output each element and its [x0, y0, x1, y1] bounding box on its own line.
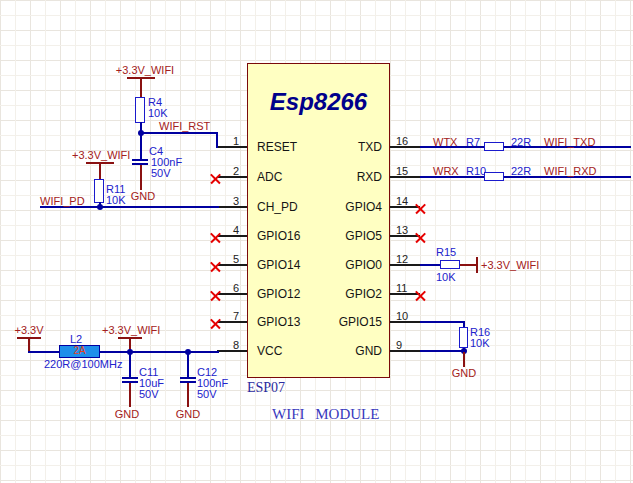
junction-dot [97, 204, 103, 210]
power-port-3v3-label[interactable]: +3.3V [8, 324, 50, 337]
pin-name-vcc: VCC [257, 344, 282, 358]
resistor-r15-ref[interactable]: R15 [436, 246, 456, 259]
no-connect-icon[interactable] [415, 203, 426, 214]
pin-name-gnd: GND [295, 344, 382, 358]
no-connect-icon[interactable] [210, 290, 221, 301]
no-connect-icon[interactable] [210, 261, 221, 272]
resistor-r7-body[interactable] [484, 142, 504, 151]
pin-name-gpio15: GPIO15 [295, 315, 382, 329]
no-connect-icon[interactable] [210, 232, 221, 243]
pin-name-gpio16: GPIO16 [257, 229, 300, 243]
module-caption[interactable]: WIFI MODULE [272, 408, 379, 421]
resistor-r15-body[interactable] [440, 260, 460, 269]
power-port-3v3-wifi-label[interactable]: +3.3V_WIFI [481, 259, 539, 272]
inductor-l2-ref[interactable]: L2 [70, 333, 82, 346]
power-port-3v3-wifi-label[interactable]: +3.3V_WIFI [102, 324, 158, 337]
gnd-port-stem [140, 165, 142, 190]
net-label-wifi-rxd[interactable]: WIFI_RXD [544, 165, 597, 178]
wire[interactable] [140, 133, 142, 160]
pin-name-gpio12: GPIO12 [257, 287, 300, 301]
resistor-r4-body[interactable] [135, 97, 145, 123]
pin-name-gpio14: GPIO14 [257, 258, 300, 272]
no-connect-icon[interactable] [415, 290, 426, 301]
wire[interactable] [420, 350, 465, 352]
wire[interactable] [420, 321, 465, 323]
pin-name-gpio4: GPIO4 [295, 200, 382, 214]
net-label-wifi-txd[interactable]: WIFI_TXD [544, 136, 595, 149]
wire[interactable] [420, 264, 442, 266]
resistor-r16-body[interactable] [459, 327, 468, 348]
pin-name-gpio2: GPIO2 [295, 287, 382, 301]
power-port-bar [476, 257, 478, 273]
resistor-r11-body[interactable] [94, 179, 104, 203]
gnd-port-label[interactable]: GND [443, 367, 485, 380]
resistor-r4-value[interactable]: 10K [148, 107, 168, 120]
pin-name-adc: ADC [257, 170, 282, 184]
wire[interactable] [129, 352, 131, 378]
capacitor-c11-voltage[interactable]: 50V [139, 388, 159, 401]
net-label-wifi-pd[interactable]: WIFI_PD [40, 195, 85, 208]
pin-15-number: 15 [396, 165, 418, 177]
pin-name-reset: RESET [257, 140, 297, 154]
gnd-port-stem [187, 383, 189, 407]
net-label-wifi-rst[interactable]: WIFI_RST [159, 120, 210, 133]
wire-wifi-rst[interactable] [216, 132, 218, 148]
inductor-l2-body[interactable]: 2A [59, 345, 100, 358]
gnd-port-stem [463, 352, 465, 367]
pin-name-ch_pd: CH_PD [257, 200, 298, 214]
capacitor-c4-plate[interactable] [132, 159, 148, 161]
ic-designator[interactable]: ESP07 [247, 381, 285, 394]
no-connect-icon[interactable] [210, 173, 221, 184]
resistor-r10-body[interactable] [484, 172, 504, 181]
pin-9-number: 9 [396, 339, 418, 351]
resistor-r15-value[interactable]: 10K [436, 271, 456, 284]
power-port-3v3-wifi-label[interactable]: +3.3V_WIFI [72, 149, 128, 162]
pin-name-txd: TXD [295, 140, 382, 154]
net-label-wtx[interactable]: WTX [433, 136, 457, 149]
gnd-port-label[interactable]: GND [106, 408, 148, 421]
schematic-canvas: Esp8266 1 2 3 4 5 6 7 8 16 15 14 13 12 1… [0, 0, 633, 483]
gnd-port-label[interactable]: GND [122, 190, 164, 203]
capacitor-c12-voltage[interactable]: 50V [197, 388, 217, 401]
pin-8-number: 8 [217, 339, 239, 351]
pin-1-number: 1 [217, 135, 239, 147]
capacitor-c12-plate[interactable] [180, 377, 196, 379]
gnd-port-label[interactable]: GND [167, 408, 209, 421]
no-connect-icon[interactable] [415, 232, 426, 243]
inductor-l2-value[interactable]: 220R@100MHz [44, 358, 122, 371]
resistor-r10-value[interactable]: 22R [511, 165, 531, 178]
pin-name-gpio0: GPIO0 [295, 258, 382, 272]
resistor-r7-value[interactable]: 22R [511, 136, 531, 149]
pin-12-number: 12 [396, 253, 418, 265]
resistor-r7-ref[interactable]: R7 [466, 136, 480, 149]
pin-16-number: 16 [396, 135, 418, 147]
power-port-stem [460, 264, 477, 266]
net-label-wrx[interactable]: WRX [433, 165, 459, 178]
pin-name-gpio13: GPIO13 [257, 315, 300, 329]
wire[interactable] [187, 352, 189, 378]
power-port-3v3-wifi-label[interactable]: +3.3V_WIFI [115, 64, 175, 77]
capacitor-c11-plate[interactable] [122, 377, 138, 379]
pin-name-gpio5: GPIO5 [295, 229, 382, 243]
ic-title: Esp8266 [247, 88, 390, 116]
power-port-stem [140, 79, 142, 99]
pin-10-number: 10 [396, 310, 418, 322]
capacitor-c4-voltage[interactable]: 50V [151, 167, 171, 180]
pin-3-number: 3 [217, 195, 239, 207]
pin-name-rxd: RXD [295, 170, 382, 184]
gnd-port-stem [129, 383, 131, 407]
no-connect-icon[interactable] [210, 318, 221, 329]
resistor-r16-value[interactable]: 10K [470, 337, 490, 350]
